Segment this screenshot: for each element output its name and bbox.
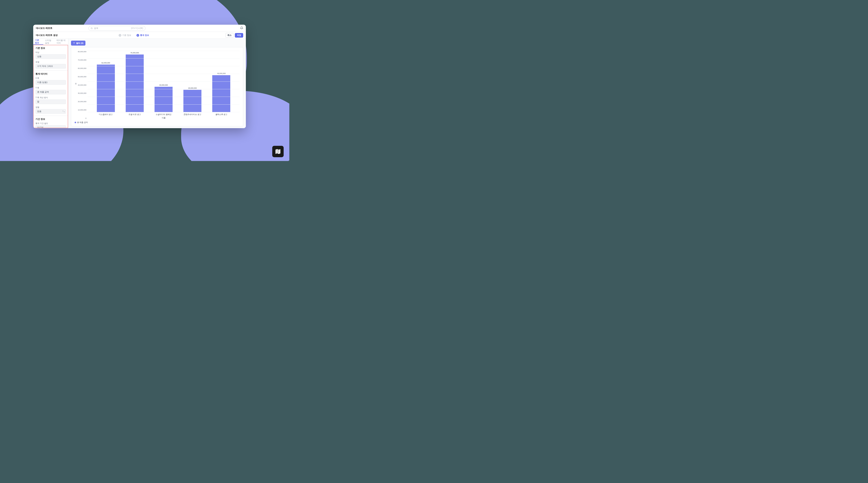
save-button[interactable]: 저장: [235, 33, 243, 38]
x-axis-ticks: 디스플레이 광고로컬 타겟 광고소셜미디어 캠페인콘텐츠네이티브 광고클릭스루 …: [88, 112, 240, 116]
main-content: 필터 (0) 원 80,000,00070,000,00060,000,0005…: [68, 39, 246, 128]
subbar-title: 대시보드 레포트 생성: [36, 34, 58, 37]
chart-legend: 총 매출 금액: [74, 121, 240, 124]
type-label: 유형: [35, 61, 66, 63]
filter-icon: [73, 42, 75, 44]
xaxis-label: X 축: [35, 77, 66, 80]
sidebar: 기본 정보 스타일 설정 테이블 데이터 기본 정보 대상 상품 유형 수직 막…: [33, 39, 68, 128]
y-tick: 50,000,000: [78, 76, 86, 78]
yaxis-label: Y 축: [35, 87, 66, 89]
bar-rect: [183, 90, 202, 112]
yaxis-select[interactable]: 총 매출 금액: [35, 90, 66, 94]
target-select[interactable]: 상품: [35, 54, 66, 59]
y-tick: 30,000,000: [78, 92, 86, 94]
x-axis-label: 이름: [88, 117, 240, 119]
tab-style-settings[interactable]: 스타일 설정: [43, 39, 55, 44]
y-tick: 60,000,000: [78, 67, 86, 69]
topbar: 대시보드 레포트 검색 [Ctrl]+[K]: [33, 25, 246, 32]
bar-value-label: 29,000,000: [188, 87, 197, 89]
bar-value-label: 75,000,000: [130, 52, 139, 54]
tab-table-data[interactable]: 테이블 데이터: [55, 39, 68, 44]
sort-label: 정렬: [35, 106, 66, 109]
y-axis-ticks: 80,000,00070,000,00060,000,00050,000,000…: [78, 51, 88, 119]
y-tick: 20,000,000: [78, 101, 86, 102]
search-shortcut: [Ctrl]+[K]: [131, 27, 143, 29]
section-basic-info: 기본 정보: [35, 47, 66, 50]
bar-rect: [212, 75, 230, 112]
x-tick: 소셜미디어 캠페인: [149, 113, 178, 116]
app-window: 대시보드 레포트 검색 [Ctrl]+[K] 대시보드 레포트 생성 1 기본 …: [33, 25, 246, 128]
bell-icon: [240, 26, 243, 29]
chart-plot: 62,000,00075,000,00033,000,00029,000,000…: [88, 51, 240, 112]
y-axis-label: 원: [74, 84, 77, 86]
legend-label: 총 매출 금액: [77, 121, 88, 124]
period-field-label: 통계 기간 필드: [35, 122, 66, 125]
y-tick: 80,000,000: [78, 51, 86, 53]
page-title: 대시보드 레포트: [36, 27, 53, 30]
x-tick: 디스플레이 광고: [91, 113, 120, 116]
type-select[interactable]: 수직 막대 그래프: [35, 64, 66, 68]
subbar: 대시보드 레포트 생성 1 기본 정보 2 통계 정보 취소 저장: [33, 32, 246, 39]
svg-point-0: [91, 28, 92, 29]
filter-label: 필터 (0): [76, 42, 84, 44]
y-tick: 40,000,000: [78, 84, 86, 86]
bar-value-label: 62,000,000: [101, 62, 110, 64]
legend-dot-icon: [74, 122, 76, 123]
x-tick: 로컬 타겟 광고: [120, 113, 149, 116]
step-number: 1: [119, 34, 121, 37]
step-stats-info[interactable]: 2 통계 정보: [136, 34, 149, 37]
y-tick: 10,000,000: [78, 109, 86, 111]
notifications-button[interactable]: [240, 26, 243, 30]
search-icon: [91, 27, 93, 29]
y-tick: 70,000,000: [78, 59, 86, 61]
step-number: 2: [136, 34, 139, 37]
y-tick: 0: [86, 117, 86, 119]
map-icon: [275, 148, 281, 155]
x-tick: 클릭스루 광고: [207, 113, 236, 116]
period-field-select[interactable]: 마감일: [35, 125, 66, 128]
ycalc-label: Y 축 계산 방식: [35, 96, 66, 99]
brand-logo: [272, 146, 284, 157]
bar-rect: [126, 55, 144, 112]
bar-rect: [97, 65, 115, 112]
search-placeholder: 검색: [94, 27, 98, 30]
svg-line-1: [92, 29, 92, 29]
ycalc-select[interactable]: 합: [35, 99, 66, 104]
bar-value-label: 33,000,000: [159, 84, 168, 86]
chart-card: 원 80,000,00070,000,00060,000,00050,000,0…: [71, 47, 243, 126]
sort-select[interactable]: 없음: [35, 109, 66, 114]
section-period-info: 기간 정보: [35, 118, 66, 121]
filter-button[interactable]: 필터 (0): [71, 41, 86, 46]
search-input[interactable]: 검색 [Ctrl]+[K]: [89, 26, 146, 31]
cancel-button[interactable]: 취소: [225, 33, 234, 38]
step-label: 통계 정보: [140, 34, 149, 37]
sidebar-form: 기본 정보 대상 상품 유형 수직 막대 그래프 통계 데이터 X 축 이름 (…: [33, 45, 68, 128]
section-stats-data: 통계 데이터: [35, 72, 66, 76]
bar-rect: [155, 87, 173, 112]
xaxis-select[interactable]: 이름 (상품): [35, 80, 66, 85]
target-label: 대상: [35, 51, 66, 54]
tab-basic-info[interactable]: 기본 정보: [33, 39, 43, 44]
x-tick: 콘텐츠네이티브 광고: [178, 113, 207, 116]
step-basic-info[interactable]: 1 기본 정보: [119, 34, 131, 37]
step-label: 기본 정보: [122, 34, 131, 37]
